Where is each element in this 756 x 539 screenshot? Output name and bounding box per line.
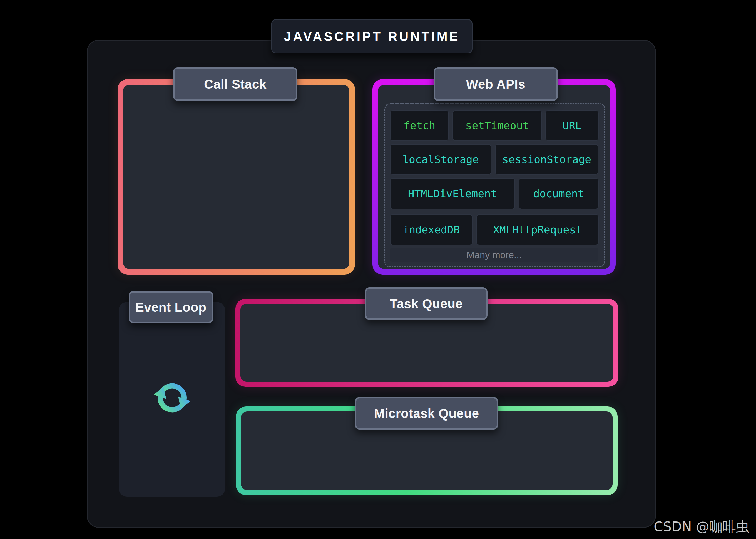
- api-chip-url: URL: [545, 110, 599, 141]
- task-queue-label-text: Task Queue: [390, 296, 462, 311]
- call-stack-label-text: Call Stack: [204, 77, 267, 92]
- api-chip-many-more: Many more...: [390, 248, 598, 262]
- web-apis-label: Web APIs: [434, 67, 558, 101]
- api-chip-document-text: document: [533, 188, 584, 200]
- api-chip-sessionstorage: sessionStorage: [495, 144, 598, 175]
- api-chip-settimeout: setTimeout: [453, 110, 542, 141]
- api-chip-indexeddb-text: indexedDB: [403, 224, 460, 236]
- microtask-queue-label-text: Microtask Queue: [374, 406, 479, 421]
- api-chip-settimeout-text: setTimeout: [465, 119, 529, 132]
- sync-loop-icon: [149, 377, 195, 419]
- api-chip-many-more-text: Many more...: [467, 250, 522, 260]
- api-chip-localstorage-text: localStorage: [402, 153, 479, 166]
- call-stack-panel: [118, 79, 355, 274]
- api-chip-sessionstorage-text: sessionStorage: [502, 153, 591, 166]
- js-runtime-diagram: JAVASCRIPT RUNTIME Call Stack Web APIs f…: [0, 0, 756, 539]
- page-title: JAVASCRIPT RUNTIME: [271, 19, 472, 53]
- event-loop-panel: [119, 302, 225, 497]
- api-chip-xmlhttprequest: XMLHttpRequest: [476, 214, 599, 245]
- event-loop-label: Event Loop: [129, 291, 213, 323]
- api-chip-htmldivelement: HTMLDivElement: [390, 178, 515, 209]
- api-chip-fetch: fetch: [390, 110, 449, 141]
- api-chip-fetch-text: fetch: [404, 119, 435, 132]
- api-chip-localstorage: localStorage: [390, 144, 491, 175]
- page-title-text: JAVASCRIPT RUNTIME: [284, 29, 460, 44]
- event-loop-label-text: Event Loop: [135, 300, 206, 315]
- watermark: CSDN @咖啡虫: [654, 518, 749, 536]
- task-queue-label: Task Queue: [365, 287, 487, 320]
- api-chip-indexeddb: indexedDB: [390, 214, 472, 245]
- microtask-queue-label: Microtask Queue: [355, 397, 498, 429]
- call-stack-label: Call Stack: [173, 67, 297, 101]
- watermark-text: CSDN @咖啡虫: [654, 519, 749, 534]
- api-chip-document: document: [519, 178, 599, 209]
- web-apis-label-text: Web APIs: [466, 77, 526, 92]
- api-chip-url-text: URL: [562, 119, 582, 132]
- api-chip-xmlhttprequest-text: XMLHttpRequest: [493, 224, 582, 236]
- call-stack-area: [123, 85, 349, 269]
- api-chip-htmldivelement-text: HTMLDivElement: [408, 188, 497, 200]
